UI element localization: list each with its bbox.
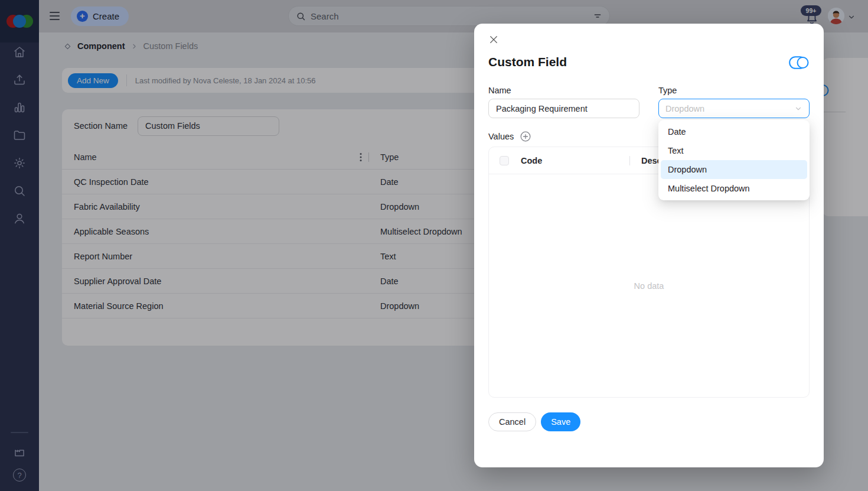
name-label: Name bbox=[488, 86, 511, 95]
no-data-text: No data bbox=[489, 174, 809, 397]
type-select-value: Dropdown bbox=[665, 104, 794, 113]
active-toggle-icon[interactable] bbox=[789, 56, 809, 69]
save-button[interactable]: Save bbox=[541, 412, 580, 431]
add-value-icon[interactable] bbox=[520, 131, 531, 142]
type-select[interactable]: Dropdown bbox=[658, 99, 810, 118]
name-input[interactable] bbox=[488, 99, 639, 118]
type-label: Type bbox=[658, 86, 677, 95]
type-dropdown-menu: Date Text Dropdown Multiselect Dropdown bbox=[658, 120, 810, 200]
cancel-button[interactable]: Cancel bbox=[488, 412, 536, 431]
values-label: Values bbox=[488, 132, 514, 141]
dropdown-option-date[interactable]: Date bbox=[661, 122, 807, 141]
chevron-down-icon bbox=[794, 105, 802, 113]
column-header-code: Code bbox=[521, 147, 542, 174]
modal-title: Custom Field bbox=[488, 55, 567, 69]
dropdown-option-multiselect[interactable]: Multiselect Dropdown bbox=[661, 179, 807, 198]
modal-actions: Cancel Save bbox=[488, 412, 580, 431]
dropdown-option-text[interactable]: Text bbox=[661, 141, 807, 160]
close-icon[interactable] bbox=[488, 34, 499, 45]
values-column-divider bbox=[629, 156, 630, 165]
dropdown-option-dropdown[interactable]: Dropdown bbox=[661, 160, 807, 179]
select-all-checkbox[interactable] bbox=[500, 156, 509, 165]
values-header: Values bbox=[488, 131, 531, 142]
custom-field-modal: Custom Field Name Type Dropdown Values C… bbox=[474, 24, 824, 467]
